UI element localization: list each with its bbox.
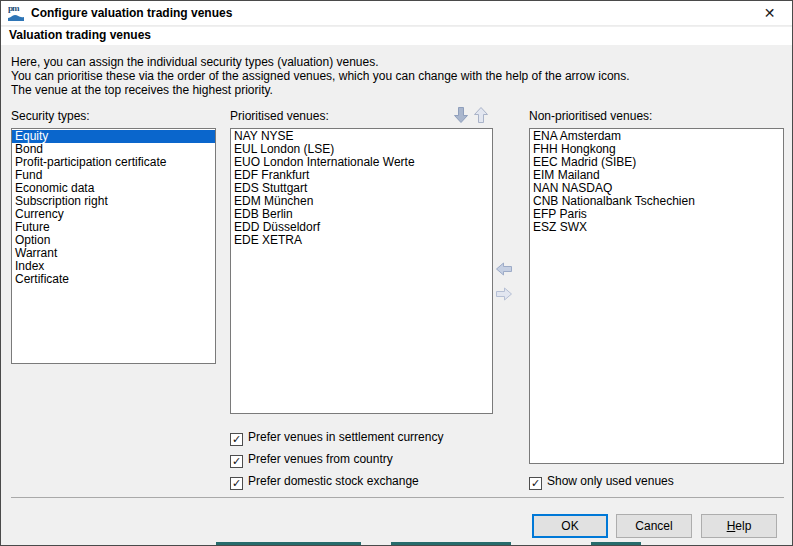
security-types-label: Security types: — [11, 109, 90, 123]
prioritised-venues-label: Prioritised venues: — [230, 109, 329, 123]
prefer-domestic-stock-exchange-checkbox[interactable]: ✓Prefer domestic stock exchange — [230, 474, 419, 488]
show-only-used-venues-checkbox[interactable]: ✓Show only used venues — [529, 474, 674, 488]
dialog-header: Valuation trading venues — [1, 27, 792, 45]
pm-app-icon: pm — [8, 5, 24, 21]
checkbox-label: Show only used venues — [547, 474, 674, 488]
ok-button[interactable]: OK — [532, 514, 608, 538]
move-left-button[interactable] — [495, 262, 513, 279]
page-title: Valuation trading venues — [9, 28, 151, 42]
arrow-right-icon — [495, 287, 513, 301]
background-bleed-segment — [391, 542, 511, 546]
window-title: Configure valuation trading venues — [31, 1, 232, 26]
description-line-2: You can prioritise these via the order o… — [11, 69, 630, 83]
move-right-button[interactable] — [495, 287, 513, 304]
pm-icon-wave — [8, 13, 24, 21]
background-bleed-segment — [591, 542, 641, 546]
checkbox-checked-icon: ✓ — [529, 477, 542, 490]
title-bar: pm Configure valuation trading venues ✕ — [1, 1, 792, 26]
background-bleed-segment — [216, 542, 361, 546]
security-types-listbox[interactable]: EquityBondProfit-participation certifica… — [11, 128, 216, 364]
arrow-down-icon — [453, 106, 469, 124]
non-prioritised-venues-listbox[interactable]: ENA AmsterdamFHH HongkongEEC Madrid (SIB… — [529, 128, 784, 464]
arrow-up-icon — [473, 106, 489, 124]
arrow-left-icon — [495, 262, 513, 276]
description-line-3: The venue at the top receives the highes… — [11, 83, 630, 97]
prioritised-venues-listbox[interactable]: NAY NYSEEUL London (LSE)EUO London Inter… — [230, 128, 493, 414]
description-line-1: Here, you can assign the individual secu… — [11, 55, 630, 69]
checkbox-label: Prefer venues in settlement currency — [248, 430, 443, 444]
checkbox-checked-icon: ✓ — [230, 433, 243, 446]
list-item[interactable]: Profit-participation certificate — [12, 156, 215, 169]
list-item[interactable]: ESZ SWX — [530, 221, 783, 234]
prefer-settlement-currency-checkbox[interactable]: ✓Prefer venues in settlement currency — [230, 430, 443, 444]
list-item[interactable]: EDE XETRA — [231, 234, 492, 247]
help-label-rest: elp — [735, 519, 751, 533]
move-down-button[interactable] — [453, 106, 469, 127]
pm-icon-text: pm — [8, 5, 19, 13]
checkbox-checked-icon: ✓ — [230, 455, 243, 468]
close-icon: ✕ — [764, 5, 776, 21]
checkbox-label: Prefer venues from country — [248, 452, 393, 466]
checkbox-label: Prefer domestic stock exchange — [248, 474, 419, 488]
non-prioritised-venues-label: Non-prioritised venues: — [529, 109, 652, 123]
configure-valuation-trading-venues-dialog: pm Configure valuation trading venues ✕ … — [0, 0, 793, 546]
bottom-separator — [11, 497, 784, 498]
description-text: Here, you can assign the individual secu… — [11, 55, 630, 97]
list-item[interactable]: Certificate — [12, 273, 215, 286]
prefer-venues-from-country-checkbox[interactable]: ✓Prefer venues from country — [230, 452, 393, 466]
checkbox-checked-icon: ✓ — [230, 477, 243, 490]
move-up-button[interactable] — [473, 106, 489, 127]
cancel-button[interactable]: Cancel — [616, 514, 692, 538]
help-button[interactable]: Help — [701, 514, 777, 538]
close-button[interactable]: ✕ — [747, 1, 792, 26]
